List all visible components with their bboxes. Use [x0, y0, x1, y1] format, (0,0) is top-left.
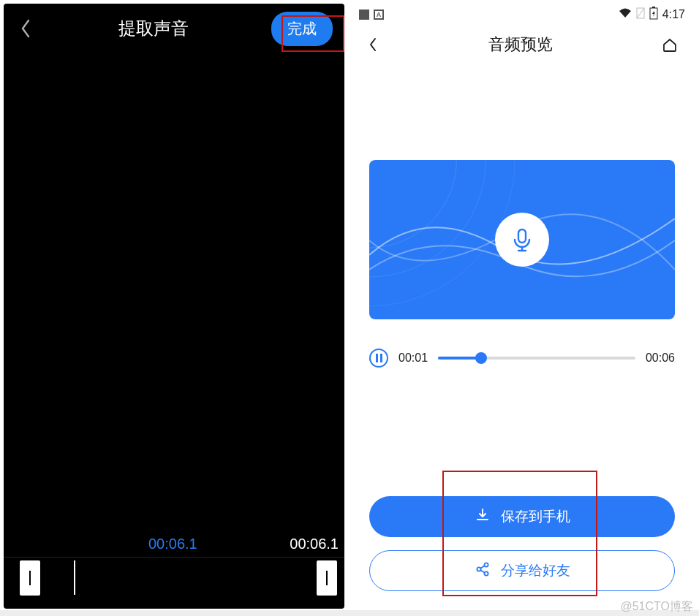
share-to-friends-button[interactable]: 分享给好友: [369, 550, 675, 591]
right-header: 音频预览: [352, 24, 692, 65]
page-title-right: 音频预览: [488, 34, 553, 56]
svg-rect-3: [652, 7, 655, 8]
audio-player: 00:01 00:06: [369, 349, 675, 368]
done-button[interactable]: 完成: [271, 12, 333, 46]
current-time: 00:06.1: [148, 536, 197, 552]
battery-charging-icon: [649, 7, 658, 23]
microphone-icon: [495, 213, 549, 267]
progress-thumb[interactable]: [475, 352, 487, 364]
trim-handle-left[interactable]: [20, 560, 40, 596]
page-title-left: 提取声音: [118, 17, 189, 40]
svg-point-4: [369, 160, 456, 248]
left-header: 提取声音 完成: [4, 4, 344, 53]
notification-indicator-icon: [359, 9, 369, 20]
trim-handle-right[interactable]: [317, 560, 337, 596]
time-row: 00:06.1 00:06.1: [4, 536, 344, 557]
status-bar: A 4:17: [352, 4, 692, 24]
pause-button[interactable]: [369, 349, 388, 368]
home-icon[interactable]: [660, 35, 679, 54]
track-divider: [74, 560, 75, 595]
status-right: 4:17: [619, 7, 685, 23]
back-icon[interactable]: [15, 18, 36, 39]
player-current-time: 00:01: [398, 351, 428, 365]
share-label: 分享给好友: [501, 561, 570, 580]
share-icon: [475, 561, 491, 581]
video-preview-area: [4, 53, 344, 536]
clock: 4:17: [662, 8, 685, 21]
download-icon: [475, 507, 491, 527]
save-label: 保存到手机: [501, 507, 570, 526]
svg-line-13: [480, 566, 485, 569]
save-to-phone-button[interactable]: 保存到手机: [369, 496, 675, 537]
audio-waveform-card: [369, 160, 675, 319]
notification-badge-icon: A: [374, 9, 384, 20]
progress-slider[interactable]: [438, 357, 635, 360]
extract-audio-screen: 提取声音 完成 00:06.1 00:06.1: [4, 4, 344, 609]
total-time: 00:06.1: [290, 536, 339, 552]
trim-track[interactable]: [4, 557, 344, 598]
action-buttons: 保存到手机 分享给好友: [369, 496, 675, 591]
svg-point-12: [484, 571, 488, 575]
timeline-area: 00:06.1 00:06.1: [4, 536, 344, 609]
audio-preview-screen: A 4:17 音频预览: [352, 4, 692, 609]
player-total-time: 00:06: [646, 351, 675, 365]
svg-line-14: [480, 570, 485, 573]
wifi-icon: [619, 8, 632, 21]
watermark: @51CTO博客: [620, 599, 693, 615]
svg-point-11: [484, 563, 488, 566]
back-icon[interactable]: [365, 37, 381, 53]
no-sim-icon: [636, 7, 645, 22]
status-left: A: [359, 9, 384, 20]
svg-point-6: [369, 160, 515, 306]
svg-line-1: [637, 8, 644, 18]
svg-rect-7: [518, 229, 526, 243]
